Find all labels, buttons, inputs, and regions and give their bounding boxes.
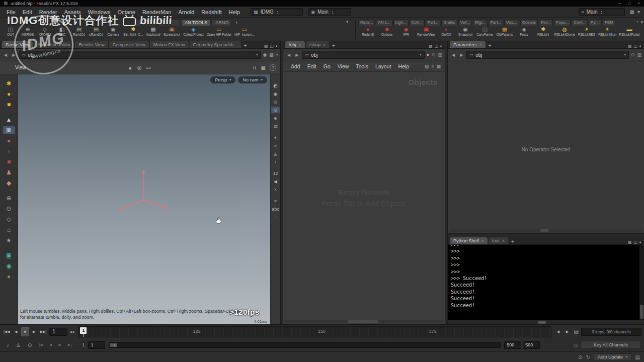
help-icon[interactable]: ?	[270, 64, 276, 71]
menu-item[interactable]: RenderMan	[139, 8, 175, 16]
range-slider-handle[interactable]	[110, 343, 117, 347]
shelf-tab[interactable]: Pyr...	[589, 19, 602, 26]
display-origin-icon[interactable]: +	[271, 134, 280, 141]
display-points-icon[interactable]: ◎	[271, 99, 280, 105]
camera-select-button[interactable]: No cam ▾	[238, 76, 267, 83]
shelf-tab[interactable]: Cont...	[572, 19, 588, 26]
pane-tab-list-icon[interactable]: ▦	[628, 44, 632, 48]
pane-maximize-icon[interactable]: ▪	[276, 52, 278, 57]
range-start-icon[interactable]: |◀	[37, 340, 45, 349]
shelf-tab[interactable]: Flui...	[539, 19, 553, 26]
range-end-field-2[interactable]: 500	[523, 341, 540, 349]
tool-icon-11[interactable]: ⊕	[3, 194, 15, 202]
network-list-icon[interactable]: ≡	[431, 64, 434, 69]
shelf-tool-onoff[interactable]: ◐ On/Off	[437, 26, 456, 37]
parameters-path-input[interactable]: ▱ obj ▾	[466, 51, 629, 59]
shelf-tool-rslighties[interactable]: ☀ RSLightIES	[577, 26, 597, 37]
shelf-tab[interactable]: AN L...	[376, 19, 392, 26]
shelf-tab[interactable]: Colli...	[410, 19, 425, 26]
add-shelf-icon[interactable]: +	[636, 20, 638, 25]
pane-tab[interactable]: Geometry Spreadsh...	[190, 41, 241, 48]
tool-yellow-sphere-icon[interactable]: ●	[3, 90, 15, 98]
menu-item[interactable]: Help	[394, 63, 413, 70]
shelf-tool-set-light[interactable]: ✱ Set_light_C...	[122, 26, 144, 37]
shelf-tool-rslight[interactable]: ✱ RSLight	[534, 26, 553, 37]
shelf-tab[interactable]: Ligh...	[393, 19, 409, 26]
display-handles-icon[interactable]: ↕	[271, 158, 280, 165]
shelf-tool-out[interactable]: ◫ OUT	[2, 26, 19, 37]
menu-item[interactable]: View	[334, 63, 353, 70]
pane-maximize-icon[interactable]: ▪	[639, 44, 641, 48]
shelf-tool-camparms[interactable]: ◫ CamParms	[475, 26, 495, 37]
realtime-clock-icon[interactable]: ⊙	[26, 342, 33, 348]
shelf-tab[interactable]: Reds...	[358, 19, 375, 26]
back-button[interactable]: ◀	[450, 52, 456, 58]
forward-button[interactable]: ▶	[11, 52, 17, 58]
display-bbox-icon[interactable]: ▫	[271, 214, 280, 220]
shelf-tool-proxy[interactable]: ◈ Proxy	[515, 26, 534, 37]
shelf-tool-screenshot[interactable]: ▣ Screenshot	[162, 26, 182, 37]
add-pane-tab-button[interactable]: +	[330, 43, 337, 48]
menu-item[interactable]: Edit	[19, 8, 36, 16]
shelf-tool-renderview[interactable]: ▣ RenderView	[416, 26, 437, 37]
pane-tab[interactable]: Animation Editor	[34, 41, 74, 48]
pane-maximize-icon[interactable]: ▪	[440, 44, 442, 48]
pane-maximize-icon[interactable]: ▪	[639, 240, 641, 244]
chevron-down-icon[interactable]: ▾	[637, 9, 640, 15]
play-button[interactable]: ▶	[30, 327, 38, 336]
range-slider[interactable]	[109, 342, 501, 348]
main-desktop-combo[interactable]: ◉ Main ▴▾	[308, 8, 351, 16]
pane-tab[interactable]: /out ×	[489, 237, 508, 244]
pane-split-icon[interactable]: ◫	[270, 44, 274, 48]
select-tool-icon[interactable]: ▲	[3, 116, 15, 124]
right-main-combo[interactable]: ≡ Main ▴▾	[579, 8, 625, 16]
display-materials-icon[interactable]: ◈	[271, 115, 280, 121]
menu-item[interactable]: Go	[320, 63, 334, 70]
audio-icon[interactable]: ♪	[5, 342, 11, 348]
shelf-tool-geo[interactable]: ◧ GEO	[53, 26, 70, 37]
netview-icon[interactable]: ⊙	[432, 52, 436, 57]
menu-item[interactable]: Render	[36, 8, 61, 16]
keyframe-icon[interactable]: ◇	[572, 342, 579, 348]
pane-split-icon[interactable]: ◫	[435, 44, 439, 48]
shelf-tool-camera[interactable]: ◉ Camera	[105, 26, 122, 37]
prev-key-button[interactable]: ◀	[554, 327, 562, 336]
close-icon[interactable]: ×	[479, 42, 482, 47]
customize-icon[interactable]: ▧	[425, 64, 429, 69]
handles-tool-icon[interactable]: ▣	[3, 126, 15, 134]
display-lighting-icon[interactable]: ▤	[271, 123, 280, 129]
close-button[interactable]: ×	[637, 1, 640, 6]
shelf-tool-options[interactable]: ■ Options	[377, 26, 396, 37]
shelf-tool-hip-increm[interactable]: ▭ HIP_increm...	[233, 26, 256, 37]
menu-item[interactable]: Windows	[85, 8, 114, 16]
character-tool-icon[interactable]: ◆	[3, 179, 15, 187]
scale-tool-icon[interactable]: ■	[3, 158, 15, 166]
back-button[interactable]: ◀	[3, 52, 9, 58]
shelf-tab[interactable]: FEM	[603, 19, 615, 26]
shelf-tab[interactable]: Oceans	[520, 19, 538, 26]
menu-item[interactable]: Add	[287, 63, 304, 70]
menu-item[interactable]: Arnold	[175, 8, 198, 16]
grid-flag-icon[interactable]: ▦	[269, 52, 274, 57]
shelf-tab[interactable]: Part...	[426, 19, 440, 26]
chevron-down-icon[interactable]: ▾	[346, 20, 348, 24]
range-end-icon[interactable]: ▶|	[65, 340, 73, 349]
range-end-field[interactable]: 500	[504, 341, 521, 349]
pane-tab-list-icon[interactable]: ▦	[264, 44, 268, 48]
shell-hscrollbar[interactable]	[448, 320, 644, 324]
close-icon[interactable]: ×	[481, 238, 484, 243]
chevron-down-icon[interactable]: ▾	[640, 20, 643, 25]
display-wire-icon[interactable]: ◉	[271, 90, 280, 97]
shelf-tool-merge[interactable]: ⊕ MERGE	[19, 26, 36, 37]
spinner-icon[interactable]: ▴▾	[277, 10, 279, 14]
range-back-icon[interactable]: ◀	[46, 340, 54, 349]
back-button[interactable]: ◀	[286, 52, 292, 58]
add-pane-tab-button[interactable]: +	[487, 43, 494, 48]
pane-tab[interactable]: Python Shell ×	[450, 237, 488, 244]
pose-tool-icon[interactable]: ♟	[3, 168, 15, 176]
pane-tab[interactable]: Parameters ×	[450, 41, 486, 48]
tool-icon-15[interactable]: ★	[3, 236, 15, 244]
pane-split-icon[interactable]: ◫	[634, 44, 638, 48]
shelf-tab[interactable]: Rigi...	[473, 19, 487, 26]
pane-tab[interactable]: Scene View	[2, 41, 33, 48]
